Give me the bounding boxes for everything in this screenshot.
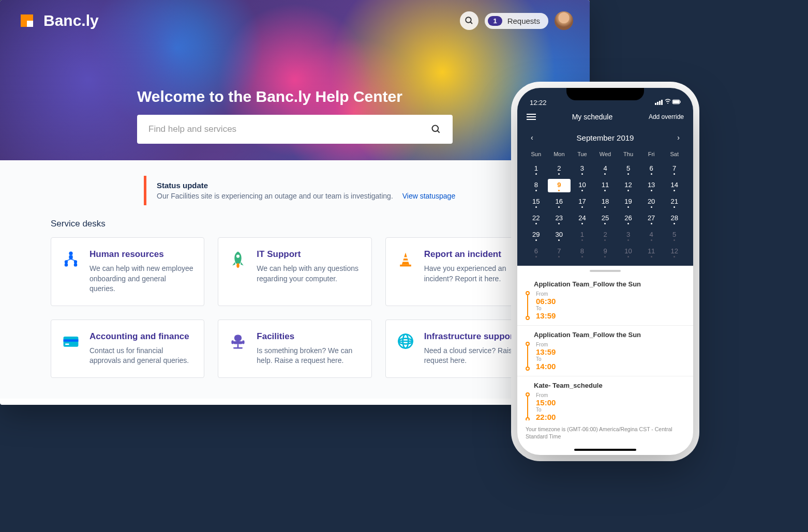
next-month-button[interactable]: › [675, 131, 682, 144]
phone-screen: 12:22 My schedule Add override ‹ Septemb… [517, 88, 693, 455]
calendar-day[interactable]: 12 [663, 245, 686, 259]
status-title: Status update [157, 181, 539, 190]
search-bar[interactable] [137, 115, 453, 144]
calendar-day[interactable]: 14 [663, 179, 686, 192]
menu-button[interactable] [527, 114, 536, 120]
calendar-day[interactable]: 20 [640, 195, 663, 209]
svg-rect-39 [680, 101, 681, 103]
calendar-day[interactable]: 6 [525, 245, 548, 259]
calendar-grid: SunMonTueWedThuFriSat1234567891011121314… [525, 149, 686, 259]
calendar-day[interactable]: 30 [548, 229, 571, 242]
calendar-day[interactable]: 5 [663, 229, 686, 242]
requests-count-badge: 1 [488, 16, 502, 26]
service-desk-cards: Human resources We can help with new emp… [51, 237, 539, 378]
svg-point-6 [69, 252, 72, 255]
calendar-day[interactable]: 3 [571, 162, 594, 176]
svg-point-4 [432, 126, 439, 132]
svg-rect-19 [402, 261, 409, 262]
status-body: Our Facilities site is experiencing an o… [157, 192, 539, 200]
requests-button[interactable]: 1 Requests [485, 13, 548, 29]
calendar-day[interactable]: 21 [663, 195, 686, 209]
calendar-day[interactable]: 22 [525, 212, 548, 225]
logo-text: Banc.ly [43, 12, 99, 29]
status-link[interactable]: View statuspage [402, 192, 455, 200]
calendar-day[interactable]: 8 [571, 245, 594, 259]
statusbar-icons [655, 99, 681, 107]
calendar-day[interactable]: 24 [571, 212, 594, 225]
calendar-day[interactable]: 7 [663, 162, 686, 176]
phone-header: My schedule Add override [517, 109, 693, 126]
calendar-day[interactable]: 11 [594, 179, 617, 192]
calendar-day[interactable]: 4 [594, 162, 617, 176]
help-center-window: Banc.ly 1 Requests Welcome to the Banc.l… [0, 0, 590, 405]
card-accounting-finance[interactable]: Accounting and finance Contact us for fi… [51, 320, 204, 378]
calendar-day[interactable]: 10 [617, 245, 640, 259]
prev-month-button[interactable]: ‹ [529, 131, 535, 144]
calendar-day[interactable]: 17 [571, 195, 594, 209]
calendar-month: September 2019 [577, 133, 634, 142]
svg-point-2 [466, 17, 472, 23]
phone-notch [566, 88, 644, 100]
calendar-day[interactable]: 1 [571, 229, 594, 242]
svg-rect-21 [64, 339, 79, 342]
calendar-day[interactable]: 19 [617, 195, 640, 209]
from-label: From [536, 342, 685, 347]
schedule-item[interactable]: Application Team_Follow the SunFrom06:30… [517, 275, 693, 326]
calendar-day[interactable]: 15 [525, 195, 548, 209]
logo-icon [17, 10, 37, 31]
calendar-day[interactable]: 8 [525, 179, 548, 192]
search-icon [431, 124, 441, 134]
calendar-day[interactable]: 9 [548, 179, 571, 192]
svg-line-13 [71, 259, 76, 261]
card-facilities[interactable]: Facilities Is something broken? We can h… [218, 320, 371, 378]
calendar-day[interactable]: 11 [640, 245, 663, 259]
calendar-day[interactable]: 2 [594, 229, 617, 242]
svg-rect-34 [657, 102, 659, 105]
calendar-day[interactable]: 1 [525, 162, 548, 176]
to-label: To [536, 356, 685, 362]
calendar-day[interactable]: 2 [548, 162, 571, 176]
calendar-day[interactable]: 25 [594, 212, 617, 225]
calendar-day[interactable]: 4 [640, 229, 663, 242]
calendar-day[interactable]: 26 [617, 212, 640, 225]
globe-icon [396, 331, 415, 350]
card-desc: We can help with any questions regarding… [257, 264, 361, 284]
svg-line-3 [471, 22, 473, 24]
search-input[interactable] [148, 124, 431, 134]
hero-title: Welcome to the Banc.ly Help Center [137, 88, 453, 105]
card-infrastructure-support[interactable]: Infrastructure support Need a cloud serv… [385, 320, 539, 378]
schedule-list[interactable]: Application Team_Follow the SunFrom06:30… [517, 275, 693, 420]
svg-point-15 [237, 263, 240, 268]
avatar[interactable] [555, 11, 573, 30]
calendar-day[interactable]: 18 [594, 195, 617, 209]
svg-rect-24 [233, 341, 243, 344]
search-button[interactable] [460, 11, 478, 30]
card-human-resources[interactable]: Human resources We can help with new emp… [51, 237, 204, 306]
card-it-support[interactable]: IT Support We can help with any question… [218, 237, 371, 306]
add-override-button[interactable]: Add override [649, 113, 684, 120]
calendar-day[interactable]: 7 [548, 245, 571, 259]
calendar-day[interactable]: 16 [548, 195, 571, 209]
calendar-day[interactable]: 5 [617, 162, 640, 176]
card-report-incident[interactable]: Report an incident Have you experienced … [385, 237, 539, 306]
calendar-day[interactable]: 6 [640, 162, 663, 176]
calendar-day[interactable]: 28 [663, 212, 686, 225]
home-indicator[interactable] [574, 449, 636, 451]
svg-rect-17 [400, 265, 411, 267]
calendar-day[interactable]: 12 [617, 179, 640, 192]
calendar-day[interactable]: 29 [525, 229, 548, 242]
calendar-day[interactable]: 23 [548, 212, 571, 225]
calendar-day[interactable]: 27 [640, 212, 663, 225]
calendar-day[interactable]: 10 [571, 179, 594, 192]
calendar-day[interactable]: 9 [594, 245, 617, 259]
svg-rect-7 [69, 255, 72, 259]
logo[interactable]: Banc.ly [17, 10, 99, 31]
schedule-item[interactable]: Application Team_Follow the SunFrom13:59… [517, 326, 693, 376]
calendar-day[interactable]: 13 [640, 179, 663, 192]
drag-handle[interactable] [590, 270, 621, 272]
calendar-dow: Sun [525, 149, 548, 159]
svg-line-12 [66, 259, 71, 261]
calendar-day[interactable]: 3 [617, 229, 640, 242]
svg-rect-20 [64, 337, 79, 347]
schedule-item[interactable]: Kate- Team_scheduleFrom15:00To22:00 [517, 376, 693, 420]
